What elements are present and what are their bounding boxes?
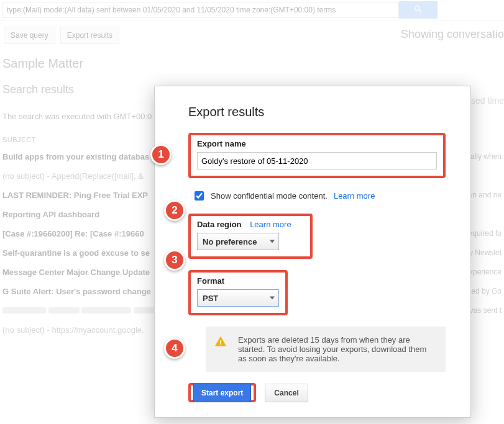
chevron-down-icon xyxy=(270,240,275,243)
annotation-badge-2: 2 xyxy=(164,200,185,221)
info-text: Exports are deleted 15 days from when th… xyxy=(238,335,434,363)
format-group: Format PST xyxy=(188,270,288,315)
dialog-title: Export results xyxy=(188,105,446,119)
dialog-actions: Start export Cancel xyxy=(188,383,446,402)
confidential-checkbox[interactable] xyxy=(195,191,204,201)
cancel-button[interactable]: Cancel xyxy=(265,384,308,402)
matter-title: Sample Matter xyxy=(0,50,504,73)
search-icon xyxy=(413,4,423,16)
info-banner: Exports are deleted 15 days from when th… xyxy=(206,327,446,372)
elapsed-time-label: sed time xyxy=(471,96,504,106)
export-name-group: Export name xyxy=(188,133,446,178)
confidential-row: Show confidential mode content. Learn mo… xyxy=(192,189,446,202)
toolbar: Save query Export results Showing conver… xyxy=(0,20,504,50)
search-input[interactable] xyxy=(2,2,399,18)
export-name-label: Export name xyxy=(197,139,437,148)
search-button[interactable] xyxy=(399,1,438,19)
export-results-dialog: Export results Export name Show confiden… xyxy=(154,86,471,418)
confidential-label: Show confidential mode content. xyxy=(211,191,328,201)
annotation-badge-4: 4 xyxy=(164,338,185,359)
confidential-learn-more-link[interactable]: Learn more xyxy=(334,191,375,201)
start-export-button[interactable]: Start export xyxy=(193,384,251,402)
data-region-learn-more-link[interactable]: Learn more xyxy=(250,220,291,229)
annotation-badge-3: 3 xyxy=(164,250,185,271)
warning-icon xyxy=(214,335,227,350)
export-results-button[interactable]: Export results xyxy=(60,27,119,44)
annotation-badge-1: 1 xyxy=(150,144,172,165)
data-region-select[interactable]: No preference xyxy=(197,233,279,250)
export-name-input[interactable] xyxy=(197,152,437,169)
format-value: PST xyxy=(203,294,218,303)
search-bar xyxy=(0,0,504,20)
start-export-highlight: Start export xyxy=(188,383,256,402)
chevron-down-icon xyxy=(270,297,275,300)
format-select[interactable]: PST xyxy=(197,289,279,307)
save-query-button[interactable]: Save query xyxy=(4,27,55,44)
data-region-value: No preference xyxy=(203,237,257,246)
data-region-group: Data region Learn more No preference xyxy=(188,214,313,259)
showing-label: Showing conversatio xyxy=(401,28,504,41)
format-label: Format xyxy=(197,276,279,286)
data-region-label: Data region Learn more xyxy=(197,220,304,229)
